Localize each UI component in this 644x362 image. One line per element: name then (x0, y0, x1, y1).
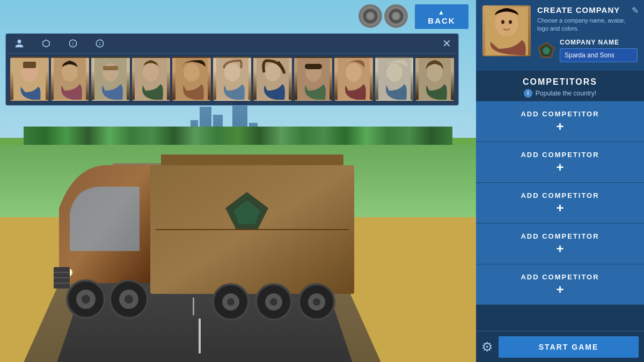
company-name-label: COMPANY NAME (560, 39, 638, 46)
add-competitor-button-3[interactable]: ADD COMPETITOR + (476, 182, 644, 223)
svg-point-16 (125, 295, 133, 304)
tire-icon-2 (384, 4, 408, 28)
character-selection-panel: 1 2 ✕ (5, 33, 459, 106)
avatar-8[interactable] (294, 57, 333, 101)
competitor-plus-2: + (556, 161, 564, 174)
avatar-7[interactable] (253, 57, 292, 101)
create-company-title: CREATE COMPANY (537, 5, 638, 14)
svg-point-45 (265, 63, 281, 82)
company-portrait[interactable] (482, 5, 531, 56)
svg-point-25 (313, 298, 320, 306)
svg-point-54 (427, 63, 443, 82)
bottom-bar: ⚙ START GAME (476, 331, 644, 362)
svg-point-50 (346, 63, 362, 82)
svg-point-43 (224, 63, 240, 82)
add-competitor-button-5[interactable]: ADD COMPETITOR + (476, 264, 644, 305)
competitor-plus-3: + (556, 202, 564, 215)
avatar-3[interactable] (91, 57, 130, 101)
create-company-section: CREATE COMPANY Choose a company name, av… (476, 0, 644, 71)
diamond-logo-svg (537, 41, 555, 60)
competitor-label-5: ADD COMPETITOR (521, 273, 599, 281)
svg-point-22 (270, 298, 277, 306)
avatar-11[interactable] (415, 57, 454, 101)
avatar-face-4 (133, 58, 170, 100)
settings-icon[interactable]: ⚙ (481, 339, 493, 354)
create-company-subtitle: Choose a company name, avatar, logo and … (537, 17, 638, 33)
truck-svg (43, 122, 376, 348)
char-tab-face2[interactable]: 2 (92, 38, 108, 49)
right-panel: CREATE COMPANY Choose a company name, av… (476, 0, 644, 362)
competitor-label-2: ADD COMPETITOR (521, 151, 599, 159)
competitors-info-text: Populate the country! (536, 90, 596, 97)
add-competitor-button-1[interactable]: ADD COMPETITOR + (476, 101, 644, 142)
svg-rect-1 (161, 154, 343, 165)
face2-icon: 2 (95, 39, 105, 48)
char-tab-hex[interactable] (38, 38, 54, 49)
avatar-9[interactable] (334, 57, 373, 101)
svg-rect-32 (23, 62, 36, 68)
start-game-button[interactable]: START GAME (499, 336, 639, 358)
face1-icon: 1 (68, 39, 78, 48)
back-arrow-icon: ▲ (438, 9, 445, 16)
svg-point-34 (62, 63, 78, 82)
avatar-grid (9, 54, 455, 102)
person-icon (14, 39, 24, 48)
avatar-5[interactable] (172, 57, 211, 101)
svg-rect-37 (103, 66, 118, 70)
hex-icon (41, 39, 51, 48)
avatar-10[interactable] (375, 57, 414, 101)
tire-icon-1 (358, 4, 382, 28)
character-portrait-svg (485, 7, 528, 55)
svg-point-57 (501, 20, 504, 24)
competitor-plus-4: + (556, 242, 564, 255)
competitor-label-1: ADD COMPETITOR (521, 110, 599, 118)
avatar-face-3 (92, 58, 129, 100)
avatar-6[interactable] (213, 57, 252, 101)
svg-point-52 (386, 63, 402, 82)
avatar-face-7 (254, 58, 291, 100)
svg-rect-48 (305, 64, 322, 69)
avatar-2[interactable] (51, 57, 90, 101)
competitors-header: COMPETITORS i Populate the country! (476, 71, 644, 101)
back-label: BACK (428, 16, 455, 25)
competitor-label-3: ADD COMPETITOR (521, 191, 599, 200)
svg-point-56 (495, 10, 518, 36)
avatar-face-1 (11, 58, 48, 100)
avatar-face-10 (376, 58, 413, 100)
edit-icon[interactable]: ✎ (632, 5, 639, 16)
back-button[interactable]: ▲ BACK (415, 4, 469, 29)
add-competitor-button-2[interactable]: ADD COMPETITOR + (476, 142, 644, 182)
competitors-title: COMPETITORS (485, 77, 635, 87)
add-competitor-button-4[interactable]: ADD COMPETITOR + (476, 223, 644, 264)
avatar-face-8 (295, 58, 332, 100)
company-info: CREATE COMPANY Choose a company name, av… (537, 5, 638, 65)
char-tab-person[interactable] (11, 38, 27, 49)
avatar-face-11 (416, 58, 453, 100)
truck (43, 122, 376, 348)
svg-point-58 (509, 20, 512, 24)
char-panel-header: 1 2 ✕ (9, 37, 455, 54)
svg-point-41 (184, 63, 200, 82)
avatar-4[interactable] (132, 57, 171, 101)
company-logo[interactable] (537, 41, 555, 60)
info-icon: i (524, 89, 532, 98)
svg-point-13 (82, 295, 90, 304)
avatar-face-9 (335, 58, 372, 100)
avatar-1[interactable] (10, 57, 49, 101)
avatar-face-5 (173, 58, 210, 100)
avatar-face-2 (52, 58, 89, 100)
char-tab-face1[interactable]: 1 (65, 38, 81, 49)
competitor-label-4: ADD COMPETITOR (521, 232, 599, 240)
svg-point-39 (143, 63, 159, 82)
competitors-section: COMPETITORS i Populate the country! ADD … (476, 71, 644, 331)
company-name-input[interactable] (560, 48, 638, 62)
competitors-info: i Populate the country! (485, 89, 635, 98)
svg-point-19 (227, 298, 235, 306)
tire-icons (358, 4, 408, 28)
competitor-plus-1: + (556, 120, 564, 133)
svg-text:1: 1 (72, 42, 74, 46)
competitor-plus-5: + (556, 283, 564, 296)
avatar-face-6 (214, 58, 251, 100)
svg-text:2: 2 (99, 42, 101, 46)
close-button[interactable]: ✕ (440, 37, 453, 50)
